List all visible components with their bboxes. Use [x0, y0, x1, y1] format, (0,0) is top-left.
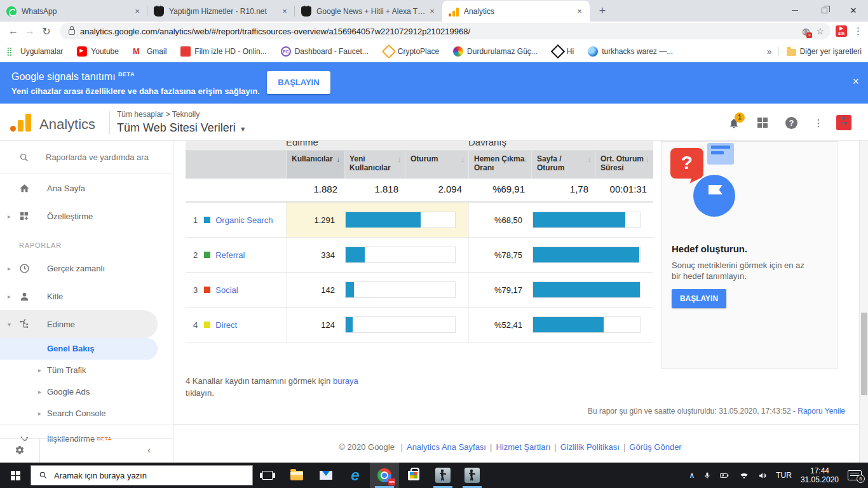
- column-users[interactable]: Kullanıcılar↓: [286, 151, 344, 179]
- footer-link[interactable]: Hizmet Şartları: [496, 442, 550, 452]
- blocked-content-icon[interactable]: ◍×: [802, 26, 810, 36]
- breadcrumb[interactable]: Tüm hesaplar > Teknolly: [117, 110, 200, 119]
- url-text[interactable]: analytics.google.com/analytics/web/#/rep…: [80, 27, 796, 36]
- https-lock-icon[interactable]: [69, 29, 75, 35]
- bookmarks-overflow-button[interactable]: »: [761, 46, 778, 57]
- bookmark-youtube[interactable]: Youtube: [77, 46, 119, 57]
- apps-grid-icon: [6, 46, 17, 57]
- cs-game-button-1[interactable]: [428, 463, 458, 488]
- notification-count: 6: [857, 475, 865, 483]
- bookmark-apps[interactable]: Uygulamalar: [6, 46, 63, 57]
- sidebar-item-customize[interactable]: ▸ Özelleştirme: [0, 202, 173, 230]
- tab-close-icon[interactable]: ×: [132, 6, 142, 17]
- address-bar[interactable]: analytics.google.com/analytics/web/#/rep…: [60, 23, 831, 39]
- back-button[interactable]: ←: [5, 25, 22, 37]
- bookmark-cryptoplace[interactable]: CryptoPlace: [383, 45, 439, 58]
- forward-button[interactable]: →: [22, 25, 38, 37]
- mail-button[interactable]: [311, 463, 341, 488]
- scrollbar-thumb[interactable]: [861, 313, 867, 395]
- tab-analytics[interactable]: Analytics ×: [442, 1, 590, 22]
- channel-cell: 1Organic Search: [186, 203, 286, 237]
- notifications-bell-icon[interactable]: 1: [728, 118, 740, 129]
- cs-game-button-2[interactable]: [458, 463, 487, 488]
- restore-button[interactable]: [810, 0, 839, 20]
- header-menu-icon[interactable]: ⋮: [813, 117, 824, 129]
- action-center-icon[interactable]: 6: [848, 470, 862, 480]
- apps-grid-icon[interactable]: [757, 118, 768, 128]
- channel-link[interactable]: Direct: [215, 320, 237, 330]
- column-new-users[interactable]: Yeni Kullanıcılar↓: [344, 151, 405, 179]
- wifi-icon[interactable]: [739, 471, 749, 479]
- tray-expand-icon[interactable]: ∧: [689, 471, 695, 480]
- file-explorer-button[interactable]: [282, 463, 311, 488]
- admin-gear-icon[interactable]: [14, 445, 25, 458]
- bookmark-gmail[interactable]: Gmail: [133, 46, 166, 57]
- taskbar-clock[interactable]: 17:4431.05.2020: [801, 466, 839, 484]
- minimize-button[interactable]: [780, 0, 810, 20]
- other-bookmarks-button[interactable]: Diğer yer işaretleri: [778, 47, 862, 56]
- bookmark-durdurulamaz[interactable]: Durdurulamaz Güç...: [453, 46, 538, 57]
- reload-button[interactable]: ↻: [38, 25, 55, 37]
- sidebar-item-overview[interactable]: Genel Bakış: [0, 338, 158, 360]
- footer-link[interactable]: Gizlilik Politikası: [560, 442, 620, 452]
- channel-link[interactable]: Organic Search: [215, 215, 273, 225]
- refresh-report-link[interactable]: Raporu Yenile: [797, 407, 845, 416]
- column-bounce-rate[interactable]: Hemen Çıkma Oranı↓: [468, 151, 531, 179]
- speaker-icon[interactable]: [758, 471, 767, 480]
- bookmark-turkhacks[interactable]: turkhacks warez —...: [588, 46, 673, 57]
- footer-link[interactable]: Analytics Ana Sayfası: [407, 442, 486, 452]
- property-selector[interactable]: Tüm Web Sitesi Verileri▼: [117, 121, 247, 135]
- help-icon[interactable]: ?: [785, 117, 797, 129]
- bookmark-star-icon[interactable]: ☆: [816, 26, 824, 36]
- tab-google-news[interactable]: Google News + Hitli + Alexa TR T ×: [295, 1, 442, 22]
- taskbar-search[interactable]: Aramak için buraya yazın: [31, 465, 253, 485]
- goal-start-button[interactable]: BAŞLAYIN: [672, 289, 726, 308]
- footnote-link[interactable]: buraya: [333, 376, 358, 386]
- close-button[interactable]: ✕: [839, 0, 868, 20]
- store-button[interactable]: [399, 463, 428, 488]
- column-avg-duration[interactable]: Ort. Oturum Süresi↓: [595, 151, 653, 179]
- bookmark-dashboard[interactable]: Dashboard - Faucet...: [281, 46, 369, 57]
- tab-whatsapp[interactable]: WhatsApp ×: [0, 1, 147, 22]
- banner-close-icon[interactable]: ×: [852, 75, 859, 88]
- column-sessions[interactable]: Oturum↓: [405, 151, 468, 179]
- users-value-cell: 124: [286, 308, 344, 342]
- tab-close-icon[interactable]: ×: [427, 6, 437, 17]
- tab-close-icon[interactable]: ×: [280, 6, 290, 17]
- bookmark-film[interactable]: Film izle HD - Onlin...: [180, 46, 266, 57]
- channel-link[interactable]: Social: [215, 285, 238, 295]
- sm-extension-icon[interactable]: [836, 25, 847, 37]
- sidebar-item-search-console[interactable]: ▸Search Console: [0, 403, 173, 424]
- edge-button[interactable]: e: [341, 463, 370, 488]
- notification-count-badge: 1: [735, 112, 745, 123]
- sidebar-item-google-ads[interactable]: ▸Google Ads: [0, 381, 173, 403]
- sidebar-item-acquisition[interactable]: ▾ Edinme: [0, 310, 158, 338]
- bookmark-hi[interactable]: Hi: [552, 45, 574, 58]
- new-tab-button[interactable]: +: [593, 3, 611, 20]
- banner-start-button[interactable]: BAŞLAYIN: [267, 71, 330, 94]
- expand-arrow-icon: ▸: [8, 213, 11, 220]
- power-plug-icon[interactable]: [720, 471, 730, 479]
- channel-link[interactable]: Referral: [215, 250, 245, 260]
- sidebar-search[interactable]: Raporlarda ve yardımda ara: [0, 141, 173, 174]
- sidebar-collapse-button[interactable]: ‹: [147, 444, 151, 455]
- tab-close-icon[interactable]: ×: [574, 6, 585, 17]
- tab-r10-hizmetler[interactable]: Yaptığım Hizmetler - R10.net ×: [147, 1, 295, 22]
- column-pages-session[interactable]: Sayfa / Oturum↓: [531, 151, 595, 179]
- sidebar-item-audience[interactable]: ▸ Kitle: [0, 282, 173, 310]
- task-view-button[interactable]: [253, 463, 282, 488]
- sidebar-item-all-traffic[interactable]: ▸Tüm Trafik: [0, 360, 173, 381]
- browser-menu-icon[interactable]: ⋮: [853, 25, 863, 37]
- language-indicator[interactable]: TUR: [776, 471, 792, 480]
- sidebar-item-realtime[interactable]: ▸ Gerçek zamanlı: [0, 254, 173, 282]
- start-button[interactable]: [0, 463, 31, 488]
- cs-game-icon: [435, 468, 451, 483]
- users-bar-cell: [344, 308, 468, 342]
- microphone-icon[interactable]: [703, 471, 711, 480]
- sidebar-item-home[interactable]: Ana Sayfa: [0, 174, 173, 202]
- chevron-down-icon: ▼: [240, 125, 247, 133]
- chrome-button[interactable]: sm: [370, 463, 399, 488]
- footer-link[interactable]: Görüş Gönder: [629, 442, 681, 452]
- page-scrollbar[interactable]: [859, 141, 868, 463]
- account-avatar[interactable]: [836, 115, 851, 130]
